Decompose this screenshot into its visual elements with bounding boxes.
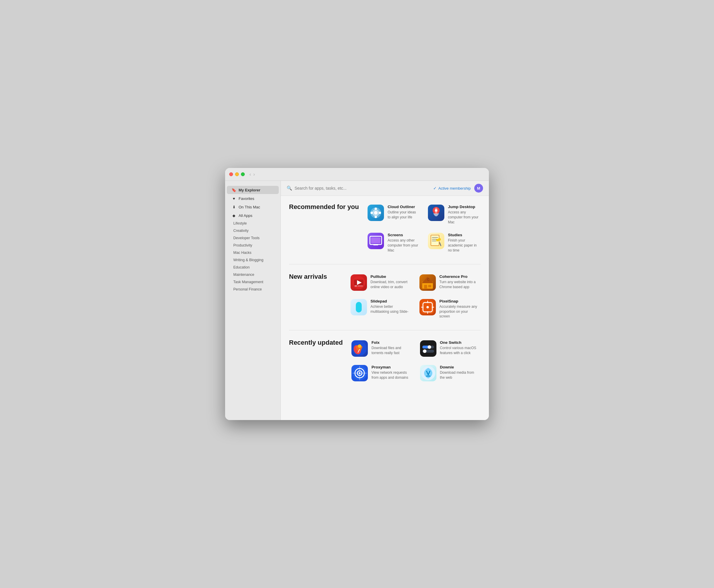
membership-label: Active membership (438, 186, 471, 191)
search-bar: 🔍 ✓ Active membership M (281, 181, 489, 196)
diamond-icon: ◆ (232, 213, 236, 218)
svg-point-5 (371, 212, 373, 214)
app-name-screens: Screens (387, 233, 419, 237)
app-desc-slidepad: Achieve better multitasking using Slide- (371, 304, 410, 314)
app-info-screens: Screens Access any other computer from y… (387, 233, 419, 253)
svg-rect-11 (371, 237, 380, 243)
sidebar-category-task-management[interactable]: Task Management (227, 278, 279, 286)
traffic-lights (229, 172, 245, 176)
app-item-folx[interactable]: Folx Download files and torrents really … (350, 339, 412, 358)
svg-rect-22 (355, 286, 357, 286)
app-icon-pulltube (351, 274, 367, 291)
close-button[interactable] (229, 172, 233, 176)
search-input[interactable] (295, 186, 382, 191)
app-icon-folx (352, 340, 368, 357)
app-name-folx: Folx (371, 340, 410, 345)
app-desc-one-switch: Control various macOS features with a cl… (440, 345, 479, 356)
sidebar-item-my-explorer[interactable]: 🔖 My Explorer (227, 186, 279, 194)
sidebar-category-personal-finance[interactable]: Personal Finance (227, 286, 279, 293)
svg-rect-12 (373, 245, 378, 245)
apps-grid-new-arrivals: Pulltube Download, trim, convert online … (349, 273, 481, 321)
sidebar-category-mac-hacks[interactable]: Mac Hacks (227, 249, 279, 256)
app-item-one-switch[interactable]: One Switch Control various macOS feature… (418, 339, 481, 358)
app-icon-jump-desktop (428, 205, 444, 221)
sidebar-category-writing-blogging[interactable]: Writing & Blogging (227, 256, 279, 264)
search-right: ✓ Active membership M (433, 184, 483, 193)
app-icon-pixelsnap (419, 299, 436, 315)
svg-text:C: C (427, 278, 430, 282)
sidebar-category-productivity[interactable]: Productivity (227, 242, 279, 249)
app-item-cloud-outliner[interactable]: Cloud Outliner Outline your ideas to ali… (366, 203, 420, 226)
app-window: ‹ › 🔖 My Explorer ♥ Favorites ⬇ On This … (225, 168, 489, 420)
active-membership[interactable]: ✓ Active membership (433, 186, 471, 191)
app-item-slidepad[interactable]: Slidepad Achieve better multitasking usi… (349, 297, 412, 321)
sidebar-category-lifestyle[interactable]: Lifestyle (227, 220, 279, 227)
sidebar-category-creativity[interactable]: Creativity (227, 227, 279, 234)
avatar-letter: M (477, 186, 480, 191)
app-desc-coherence-pro: Turn any website into a Chrome based app (439, 280, 479, 290)
heart-icon: ♥ (232, 196, 236, 201)
search-icon: 🔍 (287, 186, 292, 191)
app-icon-screens (368, 233, 384, 249)
app-icon-downie (420, 365, 437, 381)
app-name-downie: Downie (440, 365, 479, 369)
app-item-pulltube[interactable]: Pulltube Download, trim, convert online … (349, 273, 412, 293)
app-desc-cloud-outliner: Outline your ideas to align your life (387, 210, 419, 220)
sidebar-label-all-apps: All Apps (238, 213, 252, 218)
fullscreen-button[interactable] (241, 172, 245, 176)
sidebar-label-favorites: Favorites (238, 196, 254, 201)
app-name-proxyman: Proxyman (371, 365, 410, 369)
svg-line-18 (440, 243, 441, 246)
sidebar-label-on-this-mac: On This Mac (238, 205, 260, 209)
svg-rect-23 (358, 286, 363, 286)
sidebar-category-education[interactable]: Education (227, 264, 279, 271)
app-info-jump-desktop: Jump Desktop Access any computer from yo… (448, 205, 479, 225)
app-item-downie[interactable]: Downie Download media from the web (418, 363, 481, 383)
svg-point-3 (375, 208, 377, 210)
avatar[interactable]: M (474, 184, 483, 193)
app-desc-screens: Access any other computer from your Mac (387, 238, 419, 253)
content-area: 🔍 ✓ Active membership M (281, 181, 489, 420)
sidebar-category-developer-tools[interactable]: Developer Tools (227, 234, 279, 241)
sidebar-item-on-this-mac[interactable]: ⬇ On This Mac (227, 203, 279, 211)
back-button[interactable]: ‹ (249, 172, 251, 177)
sidebar-category-maintenance[interactable]: Maintenance (227, 271, 279, 278)
app-info-pulltube: Pulltube Download, trim, convert online … (371, 274, 410, 290)
sidebar-item-favorites[interactable]: ♥ Favorites (227, 194, 279, 203)
minimize-button[interactable] (235, 172, 239, 176)
app-desc-folx: Download files and torrents really fast (371, 345, 410, 356)
bookmark-icon: 🔖 (232, 188, 236, 192)
nav-arrows: ‹ › (249, 172, 255, 177)
titlebar: ‹ › (225, 168, 489, 181)
app-item-proxyman[interactable]: Proxyman View network requests from apps… (350, 363, 412, 383)
download-icon: ⬇ (232, 205, 236, 209)
app-icon-proxyman (352, 365, 368, 381)
apps-grid-recently-updated: Folx Download files and torrents really … (350, 339, 481, 383)
app-desc-downie: Download media from the web (440, 370, 479, 380)
app-item-studies[interactable]: Studies Finish your academic paper in no… (426, 231, 481, 254)
sidebar-item-all-apps[interactable]: ◆ All Apps (227, 211, 279, 219)
section-title-recommended: Recommended for you (289, 203, 359, 255)
svg-point-40 (358, 344, 361, 348)
app-item-jump-desktop[interactable]: Jump Desktop Access any computer from yo… (426, 203, 481, 226)
app-info-coherence-pro: Coherence Pro Turn any website into a Ch… (439, 274, 479, 290)
app-item-coherence-pro[interactable]: C Coherence Pro Turn any website into a … (418, 273, 481, 293)
app-item-pixelsnap[interactable]: PixelSnap Accurately measure any proport… (418, 297, 481, 321)
app-name-slidepad: Slidepad (371, 299, 410, 303)
app-info-one-switch: One Switch Control various macOS feature… (440, 340, 479, 356)
checkmark-icon: ✓ (433, 186, 437, 191)
app-desc-jump-desktop: Access any computer from your Mac (448, 210, 479, 225)
section-layout-new-arrivals: New arrivals (289, 273, 481, 321)
app-name-jump-desktop: Jump Desktop (448, 205, 479, 209)
sidebar-label-my-explorer: My Explorer (238, 188, 260, 192)
app-desc-proxyman: View network requests from apps and doma… (371, 370, 410, 380)
forward-button[interactable]: › (253, 172, 255, 177)
app-desc-pulltube: Download, trim, convert online video or … (371, 280, 410, 290)
app-name-coherence-pro: Coherence Pro (439, 274, 479, 279)
apps-grid-recommended: Cloud Outliner Outline your ideas to ali… (366, 203, 481, 255)
app-name-pulltube: Pulltube (371, 274, 410, 279)
app-item-screens[interactable]: Screens Access any other computer from y… (366, 231, 420, 254)
app-name-pixelsnap: PixelSnap (439, 299, 479, 303)
app-info-cloud-outliner: Cloud Outliner Outline your ideas to ali… (387, 205, 419, 220)
svg-rect-29 (356, 302, 362, 313)
